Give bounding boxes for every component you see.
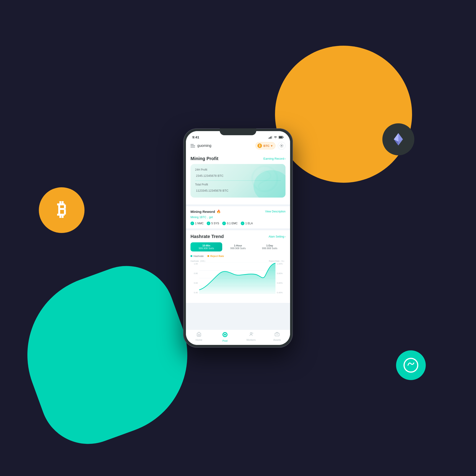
nav-item-home[interactable]: Home (186, 332, 212, 342)
svg-rect-10 (272, 136, 272, 139)
menu-line-long (190, 146, 195, 146)
svg-point-23 (224, 334, 226, 336)
chart-legend: Hashrate Reject Rate (190, 255, 286, 257)
y-left-2: 0.80 (194, 272, 198, 274)
bottom-nav: Home Pool (186, 330, 290, 345)
crypto-watermark (248, 164, 282, 198)
pool-nav-icon (222, 332, 228, 339)
menu-line-long2 (190, 147, 195, 147)
y-right-4: 0.40% (277, 291, 283, 294)
mining-profit-section: Mining Profit Earning Record › (186, 152, 290, 204)
nav-pool-label: Pool (222, 340, 227, 342)
svg-rect-13 (279, 136, 282, 138)
legend-dot-hashrate (190, 255, 192, 257)
profit-24h-value: 2345.12345678BTC (195, 172, 281, 178)
tab-10min-label: 10-Min (191, 244, 221, 247)
workers-icon (249, 332, 254, 338)
profit-total-value: 1123345.12345678BTC (195, 187, 281, 193)
menu-icon[interactable] (190, 144, 195, 147)
reward-title: Mining Reword 🔥 (190, 209, 221, 214)
nav-item-workers[interactable]: Workers (238, 332, 264, 342)
tab-1day[interactable]: 1-Day 999.908 Sol/s (254, 242, 286, 252)
svg-point-14 (281, 145, 282, 146)
tab-1hour[interactable]: 1-Hour 999.908 Sol/s (222, 242, 254, 252)
y-right-2: 0.80% (277, 272, 283, 274)
tab-10min[interactable]: 10-Min 999.908 Sol/s (190, 242, 222, 252)
bg-blob-teal (5, 252, 210, 457)
btc-label: BTC (263, 144, 270, 148)
mining-reward-section: Mining Reword 🔥 View Description Mining … (186, 204, 290, 228)
btc-selector[interactable]: ₿ BTC ▾ (255, 142, 275, 149)
wifi-icon (274, 136, 277, 139)
phone-wrapper: 9:41 (183, 128, 293, 348)
hashrate-header: Hashrate Trend Alam Setting › (190, 234, 286, 239)
nav-item-assets[interactable]: Assets (264, 332, 290, 342)
svg-marker-4 (398, 133, 403, 142)
reward-item-nmc: ✓ 1 NMC (190, 221, 204, 225)
y-axis-left-title: Hashrate（H/S） (190, 260, 206, 263)
reward-header: Mining Reword 🔥 View Description (190, 209, 286, 214)
legend-dot-reject (207, 255, 209, 257)
home-icon (196, 332, 202, 338)
check-icon-sys: ✓ (207, 221, 210, 225)
chart-container: 1.00 0.80 0.60 0.40 1.00% 0.80% 0.60% 0.… (190, 263, 286, 299)
tab-1hour-value: 999.908 Sol/s (223, 247, 253, 250)
bg-circle-yellow (275, 46, 412, 183)
nav-home-label: Home (196, 339, 202, 341)
svg-rect-12 (283, 136, 284, 138)
phone-notch (220, 128, 256, 135)
reward-item-emc: ✓ 0.1 EMC (222, 221, 238, 225)
y-axis-right-title: Reject Rate（%） (269, 260, 286, 263)
tab-1day-value: 999.908 Sol/s (255, 247, 285, 250)
assets-icon (274, 332, 280, 338)
header-left: guoming (190, 144, 211, 148)
status-time: 9:41 (192, 135, 199, 139)
header-username: guoming (197, 144, 211, 148)
reward-item-ela: ✓ 1 ELA (241, 221, 253, 225)
tab-10min-value: 999.908 Sol/s (191, 247, 221, 250)
nav-assets-label: Assets (273, 339, 281, 341)
profit-total-label: Total Profit (195, 183, 281, 186)
nav-workers-label: Workers (246, 339, 256, 341)
earning-record-link[interactable]: Earning Record › (263, 157, 286, 160)
legend-hashrate: Hashrate (190, 255, 204, 257)
scroll-content[interactable]: Mining Profit Earning Record › (186, 152, 290, 330)
svg-point-15 (252, 166, 277, 191)
view-description-link[interactable]: View Description (265, 210, 286, 213)
menu-line-short (190, 144, 194, 145)
y-right-1: 1.00% (277, 263, 283, 265)
btc-badge-icon: ₿ (257, 143, 262, 148)
pool-icon (396, 350, 426, 380)
svg-point-24 (250, 333, 252, 334)
hashrate-title: Hashrate Trend (190, 234, 224, 239)
battery-icon (279, 136, 284, 139)
time-tabs: 10-Min 999.908 Sol/s 1-Hour 999.908 Sol/… (190, 242, 286, 252)
y-right-3: 0.60% (277, 282, 283, 284)
profit-divider (195, 180, 281, 181)
profit-card: 24H Profit 2345.12345678BTC Total Profit… (190, 164, 286, 198)
reward-subtitle: Mining 1BTC，get (190, 215, 286, 219)
bitcoin-icon: ₿ (39, 187, 85, 233)
y-axis-left: 1.00 0.80 0.60 0.40 (190, 263, 199, 294)
y-left-1: 1.00 (194, 263, 198, 265)
svg-marker-5 (394, 133, 398, 142)
y-axis-right: 1.00% 0.80% 0.60% 0.40% (275, 263, 286, 294)
btc-chevron: ▾ (271, 144, 272, 148)
check-icon-nmc: ✓ (190, 221, 194, 225)
nav-item-pool[interactable]: Pool (212, 332, 238, 342)
alarm-setting-link[interactable]: Alam Setting › (269, 235, 286, 238)
signal-icon (269, 136, 272, 139)
tab-1day-label: 1-Day (255, 244, 285, 247)
setting-button[interactable] (278, 142, 286, 150)
ethereum-icon (382, 123, 414, 155)
reward-item-sys: ✓ 5 SYS (207, 221, 219, 225)
check-icon-emc: ✓ (222, 221, 226, 225)
phone-outer: 9:41 (183, 128, 293, 348)
svg-rect-8 (270, 137, 271, 139)
chart-area (199, 263, 275, 294)
mining-profit-title: Mining Profit (190, 156, 218, 161)
section-header: Mining Profit Earning Record › (190, 156, 286, 161)
hashrate-section: Hashrate Trend Alam Setting › 10-Min 999… (186, 228, 290, 303)
phone-screen: 9:41 (186, 131, 290, 345)
status-icons (269, 136, 284, 139)
